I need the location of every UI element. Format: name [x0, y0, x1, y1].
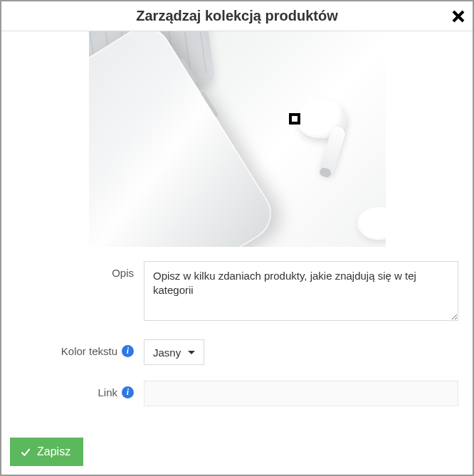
- row-link: Link i: [16, 381, 458, 406]
- label-link: Link: [98, 386, 117, 398]
- label-description: Opis: [112, 267, 134, 279]
- check-icon: [20, 446, 31, 458]
- modal-manage-product-collection: Zarządzaj kolekcją produktów Opis: [0, 0, 474, 476]
- focal-point-handle[interactable]: [289, 113, 300, 125]
- info-icon[interactable]: i: [122, 345, 134, 357]
- chevron-down-icon: [188, 351, 195, 354]
- modal-footer: Zapisz: [1, 429, 473, 475]
- row-text-color: Kolor tekstu i Jasny: [16, 339, 458, 365]
- earbud-graphic: [297, 99, 347, 138]
- row-description: Opis: [16, 261, 458, 324]
- close-icon: [451, 9, 465, 23]
- save-button-label: Zapisz: [37, 445, 70, 458]
- link-input[interactable]: [144, 381, 458, 406]
- info-icon[interactable]: i: [122, 386, 134, 398]
- form: Opis Kolor tekstu i Jasny Link i: [1, 247, 473, 429]
- product-image-preview[interactable]: [89, 31, 386, 247]
- modal-header: Zarządzaj kolekcją produktów: [1, 1, 473, 31]
- text-color-selected-value: Jasny: [153, 347, 181, 359]
- earbud-graphic-2: [357, 207, 386, 240]
- modal-title: Zarządzaj kolekcją produktów: [136, 8, 337, 24]
- close-button[interactable]: [451, 9, 465, 23]
- text-color-select[interactable]: Jasny: [144, 339, 204, 365]
- save-button[interactable]: Zapisz: [10, 438, 83, 466]
- description-textarea[interactable]: [144, 261, 458, 321]
- label-text-color: Kolor tekstu: [61, 345, 117, 357]
- phone-graphic: [89, 31, 281, 247]
